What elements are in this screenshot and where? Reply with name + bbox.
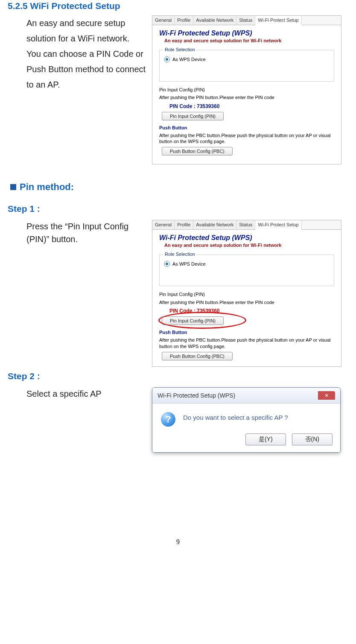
pin-heading-2: Pin Input Config (PIN)	[152, 290, 341, 297]
dialog-message: Do you want to select a specific AP ?	[183, 412, 288, 421]
wps-panel-2: General Profile Available Network Status…	[152, 220, 341, 366]
pin-desc: After pushing the PIN button.Please ente…	[152, 93, 341, 100]
page-number: 9	[8, 538, 348, 550]
confirm-dialog: Wi-Fi Protected Setup (WPS) ✕ ? Do you w…	[152, 387, 341, 453]
dialog-title: Wi-Fi Protected Setup (WPS)	[158, 392, 235, 399]
tab2-general[interactable]: General	[152, 220, 175, 229]
tab-wifi-protect-setup[interactable]: Wi-Fi Protect Setup	[255, 16, 301, 25]
bullet-icon	[10, 184, 16, 190]
role-option-line[interactable]: As WPS Device	[164, 56, 330, 62]
push-button-config-button-2[interactable]: Push Button Config (PBC)	[162, 352, 233, 360]
yes-button[interactable]: 是(Y)	[245, 433, 286, 445]
close-icon[interactable]: ✕	[318, 391, 335, 400]
wps-subtitle: An easy and secure setup solution for Wi…	[152, 37, 341, 47]
tabs: General Profile Available Network Status…	[152, 16, 341, 25]
wps-subtitle-2: An easy and secure setup solution for Wi…	[152, 242, 341, 251]
pin-input-config-button[interactable]: Pin Input Config (PIN)	[162, 112, 224, 120]
intro-text: An easy and secure setup solution for a …	[8, 15, 146, 92]
tab2-wifi-protect-setup[interactable]: Wi-Fi Protect Setup	[255, 220, 301, 230]
question-icon: ?	[161, 412, 175, 427]
row-step1: Press the “Pin Input Config (PIN)” butto…	[8, 220, 348, 366]
tab2-profile[interactable]: Profile	[175, 220, 193, 229]
dialog-titlebar: Wi-Fi Protected Setup (WPS) ✕	[152, 388, 340, 404]
dialog-body: ? Do you want to select a specific AP ?	[152, 404, 340, 433]
tab-available-network[interactable]: Available Network	[193, 16, 236, 25]
tab-general[interactable]: General	[152, 16, 175, 25]
pin-code-2: PIN Code : 73539360	[152, 305, 341, 316]
wps-title: Wi-Fi Protected Setup (WPS)	[152, 25, 341, 37]
role-option-line-2[interactable]: As WPS Device	[164, 261, 330, 267]
step1-title: Step 1 :	[8, 204, 348, 214]
row-step2: Select a specific AP Wi-Fi Protected Set…	[8, 387, 348, 453]
role-label: Role Selection	[163, 47, 197, 52]
pb-heading-2: Push Button	[152, 328, 341, 335]
role-option-text-2: As WPS Device	[172, 261, 206, 266]
radio-wps-device-2[interactable]	[164, 261, 170, 267]
role-group: Role Selection As WPS Device	[159, 50, 334, 82]
tab2-status[interactable]: Status	[236, 220, 255, 229]
role-group-2: Role Selection As WPS Device	[159, 255, 334, 286]
radio-wps-device[interactable]	[164, 56, 170, 62]
no-button[interactable]: 否(N)	[292, 433, 333, 445]
pin-method-title: Pin method:	[20, 181, 74, 193]
wps-panel-1: General Profile Available Network Status…	[152, 15, 341, 164]
step1-text: Press the “Pin Input Config (PIN)” butto…	[8, 220, 146, 246]
pb-desc: After pushing the PBC button.Please push…	[152, 131, 341, 145]
step2-title: Step 2 :	[8, 371, 348, 381]
tab-status[interactable]: Status	[236, 16, 255, 25]
pb-desc-2: After pushing the PBC button.Please push…	[152, 335, 341, 349]
tab-profile[interactable]: Profile	[175, 16, 193, 25]
push-button-config-button[interactable]: Push Button Config (PBC)	[162, 147, 233, 155]
role-option-text: As WPS Device	[172, 57, 206, 62]
section-heading: 5.2.5 WiFi Protected Setup	[8, 1, 348, 11]
pin-heading: Pin Input Config (PIN)	[152, 85, 341, 93]
row-intro: An easy and secure setup solution for a …	[8, 15, 348, 164]
pin-method-bullet: Pin method:	[8, 181, 348, 193]
tab2-available-network[interactable]: Available Network	[193, 220, 236, 229]
dialog-buttons: 是(Y) 否(N)	[152, 433, 340, 452]
step2-text: Select a specific AP	[8, 387, 146, 400]
role-label-2: Role Selection	[163, 252, 197, 257]
tabs-2: General Profile Available Network Status…	[152, 220, 341, 230]
pb-heading: Push Button	[152, 123, 341, 131]
pin-desc-2: After pushing the PIN button.Please ente…	[152, 298, 341, 305]
wps-title-2: Wi-Fi Protected Setup (WPS)	[152, 230, 341, 242]
pin-code: PIN Code : 73539360	[152, 101, 341, 112]
pin-input-config-button-2[interactable]: Pin Input Config (PIN)	[162, 316, 224, 325]
